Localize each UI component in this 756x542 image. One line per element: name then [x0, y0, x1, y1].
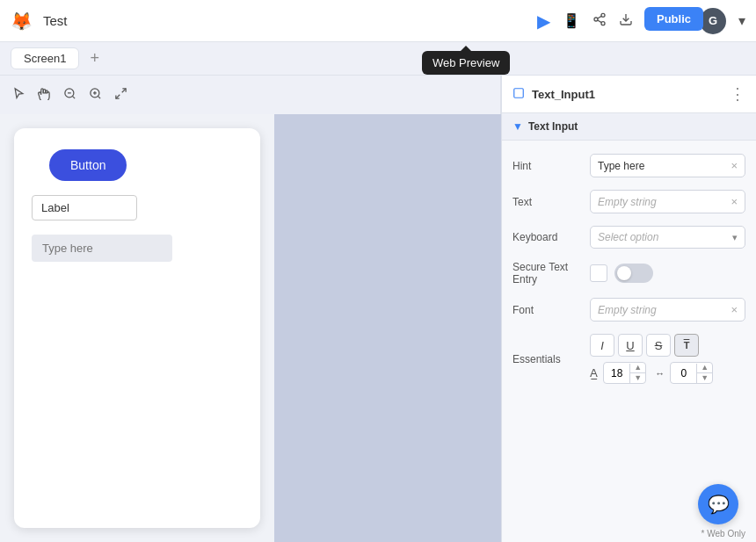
panel-header: Text_Input1 ⋮ — [502, 76, 756, 113]
width-down-arrow[interactable]: ▼ — [697, 373, 712, 383]
screen1-tab[interactable]: Screen1 — [11, 47, 79, 69]
keyboard-value-wrap: Select option ▾ — [590, 226, 745, 249]
hint-property-row: Hint Type here × — [502, 148, 756, 184]
logo-icon: 🦊 — [11, 11, 33, 32]
phone-label-input[interactable] — [32, 195, 137, 220]
font-size-value[interactable]: 18 — [604, 364, 630, 383]
avatar-chevron-icon[interactable]: ▾ — [738, 12, 745, 29]
svg-rect-15 — [514, 88, 524, 98]
share-icon[interactable] — [592, 12, 607, 30]
section-title: Text Input — [528, 120, 578, 133]
text-input[interactable]: Empty string × — [590, 190, 745, 213]
format-buttons-group: I U S T — [590, 334, 745, 357]
keyboard-label: Keyboard — [512, 231, 583, 243]
font-property-row: Font Empty string × — [502, 292, 756, 328]
keyboard-chevron-icon: ▾ — [732, 232, 738, 243]
app-title: Test — [43, 13, 530, 28]
panel-body: Hint Type here × Text Empty string × — [502, 141, 756, 397]
cursor-tool-icon[interactable] — [12, 87, 25, 104]
svg-line-13 — [122, 88, 126, 91]
underline-button[interactable]: U — [618, 334, 643, 357]
width-up-arrow[interactable]: ▲ — [697, 363, 712, 373]
download-icon[interactable] — [619, 12, 633, 30]
panel-more-icon[interactable]: ⋮ — [730, 84, 745, 104]
font-size-icon: A̲ — [590, 366, 598, 379]
essentials-controls: I U S T A̲ 18 ▲ ▼ — [590, 334, 745, 384]
zoom-out-icon[interactable] — [63, 87, 76, 104]
right-preview-area — [274, 114, 501, 542]
width-input-wrap: 0 ▲ ▼ — [670, 362, 713, 384]
hint-input[interactable]: Type here × — [590, 154, 745, 177]
public-button[interactable]: Public — [644, 7, 703, 31]
canvas-toolbar — [0, 76, 501, 114]
svg-line-7 — [72, 96, 75, 98]
font-size-input-wrap: 18 ▲ ▼ — [603, 362, 646, 384]
main-area: Button Text_Input1 ⋮ ▼ Text Input — [0, 76, 756, 542]
text-value-wrap: Empty string × — [590, 190, 745, 213]
web-preview-tooltip: Web Preview — [422, 51, 510, 75]
svg-line-3 — [598, 20, 602, 23]
strikethrough-button[interactable]: S — [646, 334, 671, 357]
width-value[interactable]: 0 — [671, 364, 697, 383]
svg-point-0 — [601, 13, 605, 17]
chat-icon: 💬 — [708, 494, 730, 515]
font-size-down-arrow[interactable]: ▼ — [630, 373, 645, 383]
text-input-placeholder: Empty string — [598, 196, 727, 208]
tabbar: Screen1 + — [0, 42, 756, 76]
toggle-checkbox[interactable] — [590, 264, 607, 282]
text-property-row: Text Empty string × — [502, 184, 756, 220]
toggle-wrap — [590, 264, 653, 283]
secure-text-entry-label: Secure Text Entry — [512, 261, 583, 285]
italic-button[interactable]: I — [590, 334, 614, 357]
hint-label: Hint — [512, 160, 583, 172]
keyboard-select[interactable]: Select option ▾ — [590, 226, 745, 249]
canvas-area: Button — [0, 76, 501, 542]
phone-preview-icon[interactable]: 📱 — [563, 12, 580, 29]
font-value-wrap: Empty string × — [590, 298, 745, 322]
text-override-button[interactable]: T — [674, 334, 699, 357]
play-button[interactable]: ▶ — [537, 11, 550, 32]
secure-text-entry-row: Secure Text Entry — [502, 255, 756, 292]
chat-bubble-button[interactable]: 💬 — [698, 484, 738, 524]
component-name: Text_Input1 — [532, 88, 723, 101]
avatar[interactable]: G — [700, 8, 726, 34]
width-icon: ↔ — [655, 368, 665, 379]
right-panel: Text_Input1 ⋮ ▼ Text Input Hint Type her… — [501, 76, 756, 542]
svg-point-2 — [601, 21, 605, 25]
hint-value-wrap: Type here × — [590, 154, 745, 177]
width-arrows: ▲ ▼ — [697, 363, 712, 383]
phone-text-input[interactable] — [32, 235, 172, 262]
hint-input-text: Type here — [598, 160, 727, 172]
svg-line-4 — [598, 16, 602, 18]
hint-clear-icon[interactable]: × — [731, 159, 738, 172]
font-clear-icon[interactable]: × — [731, 303, 738, 316]
keyboard-property-row: Keyboard Select option ▾ — [502, 220, 756, 255]
font-size-up-arrow[interactable]: ▲ — [630, 363, 645, 373]
canvas-content: Button — [0, 114, 501, 542]
text-clear-icon[interactable]: × — [731, 195, 738, 208]
section-chevron-icon[interactable]: ▼ — [512, 120, 523, 133]
keyboard-select-placeholder: Select option — [598, 231, 732, 243]
essentials-label: Essentials — [512, 353, 583, 365]
topbar: 🦊 Test ▶ 📱 ⋮ G ▾ Public — [0, 0, 756, 42]
hand-tool-icon[interactable] — [38, 87, 51, 104]
topbar-actions: ▶ 📱 ⋮ G ▾ — [537, 8, 745, 34]
zoom-in-icon[interactable] — [89, 87, 102, 104]
text-label: Text — [512, 196, 583, 208]
toggle-thumb — [617, 266, 631, 280]
svg-point-1 — [594, 18, 598, 21]
font-input-placeholder: Empty string — [598, 304, 727, 316]
phone-frame: Button — [14, 128, 260, 528]
phone-preview-button[interactable]: Button — [49, 149, 127, 181]
font-input[interactable]: Empty string × — [590, 298, 745, 322]
font-size-arrows: ▲ ▼ — [630, 363, 645, 383]
panel-section-header: ▼ Text Input — [502, 113, 756, 141]
font-label: Font — [512, 304, 583, 316]
component-type-icon — [512, 87, 525, 102]
svg-line-10 — [98, 96, 100, 98]
essentials-row-label: Essentials I U S T A̲ 18 — [502, 328, 756, 390]
expand-canvas-icon[interactable] — [114, 87, 127, 104]
toggle-switch[interactable] — [614, 264, 653, 283]
font-size-row: A̲ 18 ▲ ▼ ↔ 0 ▲ — [590, 362, 745, 384]
add-tab-button[interactable]: + — [86, 49, 103, 68]
